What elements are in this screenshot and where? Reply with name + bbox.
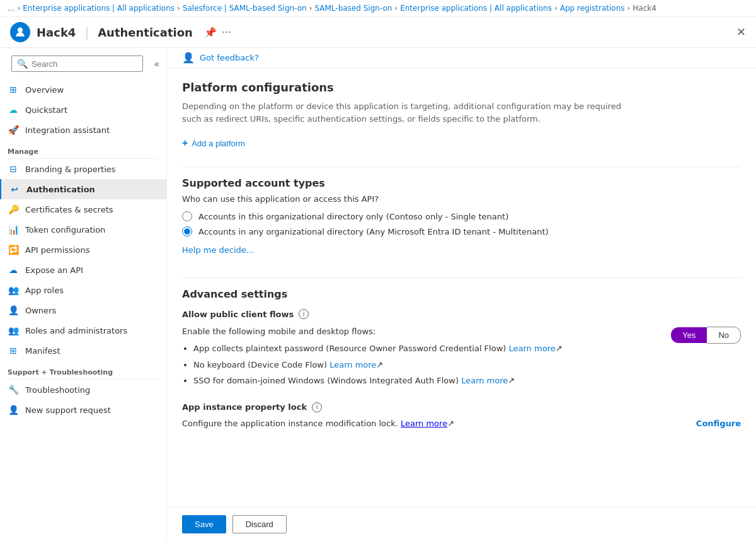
app-instance-info-icon[interactable]: i	[312, 402, 322, 412]
sidebar-item-app-roles[interactable]: 👥 App roles	[0, 280, 166, 300]
sidebar-item-manifest[interactable]: ⊞ Manifest	[0, 340, 166, 361]
breadcrumb-sep-0: ›	[17, 4, 20, 13]
allow-public-label: Allow public client flows	[182, 310, 294, 319]
bullet-text-1: No keyboard (Device Code Flow)	[193, 360, 327, 369]
breadcrumb-link-0[interactable]: Enterprise applications | All applicatio…	[23, 4, 175, 13]
search-input[interactable]	[32, 59, 137, 69]
sidebar-label-owners: Owners	[25, 306, 56, 315]
sidebar-item-overview[interactable]: ⊞ Overview	[0, 79, 166, 100]
app-instance-desc: Configure the application instance modif…	[182, 419, 454, 428]
app-roles-icon: 👥	[8, 284, 19, 296]
main-layout: 🔍 « ⊞ Overview ☁ Quickstart 🚀 Integratio…	[0, 48, 756, 541]
learn-more-link-1[interactable]: Learn more	[329, 360, 376, 369]
sidebar-label-manifest: Manifest	[25, 346, 60, 356]
radio-single-label: Accounts in this organizational director…	[198, 212, 508, 221]
sidebar-item-api-permissions[interactable]: 🔁 API permissions	[0, 240, 166, 260]
svg-point-0	[18, 28, 23, 33]
sidebar-label-roles-admin: Roles and administrators	[25, 326, 127, 335]
sidebar-label-branding: Branding & properties	[25, 165, 116, 174]
roles-admin-icon: 👥	[8, 325, 19, 336]
app-name: Hack4	[37, 26, 76, 39]
sidebar-item-quickstart[interactable]: ☁ Quickstart	[0, 100, 166, 120]
overview-icon: ⊞	[8, 84, 19, 95]
app-instance-row: App instance property lock i	[182, 402, 741, 412]
pin-icon[interactable]: 📌	[204, 26, 217, 38]
list-item: App collects plaintext password (Resourc…	[193, 342, 656, 355]
sidebar-item-integration[interactable]: 🚀 Integration assistant	[0, 120, 166, 140]
help-decide-link[interactable]: Help me decide...	[182, 245, 254, 255]
app-instance-label: App instance property lock	[182, 402, 307, 412]
sidebar-item-new-support[interactable]: 👤 New support request	[0, 400, 166, 420]
integration-icon: 🚀	[8, 124, 19, 136]
support-section-title: Support + Troubleshooting	[0, 361, 166, 379]
radio-single-input[interactable]	[182, 211, 192, 221]
owners-icon: 👤	[8, 305, 19, 316]
feedback-label: Got feedback?	[200, 53, 259, 62]
sidebar-item-token[interactable]: 📊 Token configuration	[0, 219, 166, 240]
footer-bar: Save Discard	[167, 507, 756, 541]
sidebar-item-troubleshooting[interactable]: 🔧 Troubleshooting	[0, 380, 166, 400]
save-button[interactable]: Save	[182, 515, 226, 533]
new-support-icon: 👤	[8, 404, 19, 416]
sidebar-label-expose-api: Expose an API	[25, 265, 83, 275]
sidebar-label-overview: Overview	[25, 85, 64, 95]
breadcrumb-link-4[interactable]: App registrations	[560, 4, 625, 13]
radio-single-tenant[interactable]: Accounts in this organizational director…	[182, 211, 741, 221]
search-icon: 🔍	[17, 59, 28, 69]
add-platform-button[interactable]: + Add a platform	[182, 135, 245, 151]
api-perm-icon: 🔁	[8, 244, 19, 255]
discard-button[interactable]: Discard	[232, 515, 287, 533]
radio-multi-tenant[interactable]: Accounts in any organizational directory…	[182, 226, 741, 236]
feedback-bar[interactable]: 👤 Got feedback?	[167, 48, 756, 68]
token-icon: 📊	[8, 224, 19, 235]
sidebar-label-authentication: Authentication	[26, 185, 95, 194]
section-divider-2	[182, 277, 741, 278]
app-instance-learn-more[interactable]: Learn more	[401, 419, 447, 428]
account-types-title: Supported account types	[182, 177, 741, 189]
manage-section-title: Manage	[0, 140, 166, 158]
content-area: 👤 Got feedback? Platform configurations …	[167, 48, 756, 541]
close-button[interactable]: ✕	[736, 25, 746, 39]
sidebar: 🔍 « ⊞ Overview ☁ Quickstart 🚀 Integratio…	[0, 48, 167, 541]
advanced-settings-title: Advanced settings	[182, 288, 741, 300]
sidebar-label-app-roles: App roles	[25, 286, 64, 295]
collapse-button[interactable]: «	[152, 56, 162, 71]
breadcrumb: ... › Enterprise applications | All appl…	[0, 0, 756, 17]
enable-flows-text: Enable the following mobile and desktop …	[182, 327, 656, 391]
manifest-icon: ⊞	[8, 345, 19, 356]
learn-more-link-2[interactable]: Learn more	[461, 376, 508, 385]
sidebar-item-branding[interactable]: ⊟ Branding & properties	[0, 159, 166, 179]
breadcrumb-link-2[interactable]: SAML-based Sign-on	[314, 4, 392, 13]
allow-public-row: Allow public client flows i	[182, 309, 741, 319]
breadcrumb-link-3[interactable]: Enterprise applications | All applicatio…	[400, 4, 552, 13]
sidebar-item-expose-api[interactable]: ☁ Expose an API	[0, 260, 166, 280]
toggle-no-button[interactable]: No	[707, 327, 741, 344]
sidebar-label-troubleshooting: Troubleshooting	[25, 385, 90, 395]
radio-multi-label: Accounts in any organizational directory…	[198, 227, 549, 236]
bullet-text-2: SSO for domain-joined Windows (Windows I…	[193, 376, 459, 385]
configure-link[interactable]: Configure	[696, 419, 741, 428]
allow-public-info-icon[interactable]: i	[299, 309, 309, 319]
breadcrumb-dots[interactable]: ...	[8, 4, 14, 13]
sidebar-item-authentication[interactable]: ↩ Authentication	[0, 179, 166, 199]
expose-api-icon: ☁	[8, 264, 19, 276]
sidebar-item-owners[interactable]: 👤 Owners	[0, 300, 166, 320]
header-actions: 📌 ···	[204, 26, 231, 38]
account-type-radio-group: Accounts in this organizational director…	[182, 211, 741, 236]
sidebar-item-certificates[interactable]: 🔑 Certificates & secrets	[0, 199, 166, 219]
list-item: SSO for domain-joined Windows (Windows I…	[193, 375, 656, 387]
learn-more-link-0[interactable]: Learn more	[509, 344, 556, 353]
radio-multi-input[interactable]	[182, 226, 192, 236]
sidebar-item-roles-admin[interactable]: 👥 Roles and administrators	[0, 320, 166, 340]
breadcrumb-link-1[interactable]: Salesforce | SAML-based Sign-on	[183, 4, 307, 13]
sidebar-label-certificates: Certificates & secrets	[25, 205, 113, 214]
bullet-text-0: App collects plaintext password (Resourc…	[193, 344, 506, 353]
sidebar-label-token: Token configuration	[25, 225, 105, 235]
enable-flows-row: Enable the following mobile and desktop …	[182, 327, 741, 391]
toggle-yes-button[interactable]: Yes	[671, 327, 707, 343]
app-logo	[10, 22, 30, 42]
search-box[interactable]: 🔍	[11, 55, 143, 72]
quickstart-icon: ☁	[8, 104, 19, 115]
more-icon[interactable]: ···	[222, 26, 231, 38]
page-header: Hack4 | Authentication 📌 ··· ✕	[0, 17, 756, 48]
